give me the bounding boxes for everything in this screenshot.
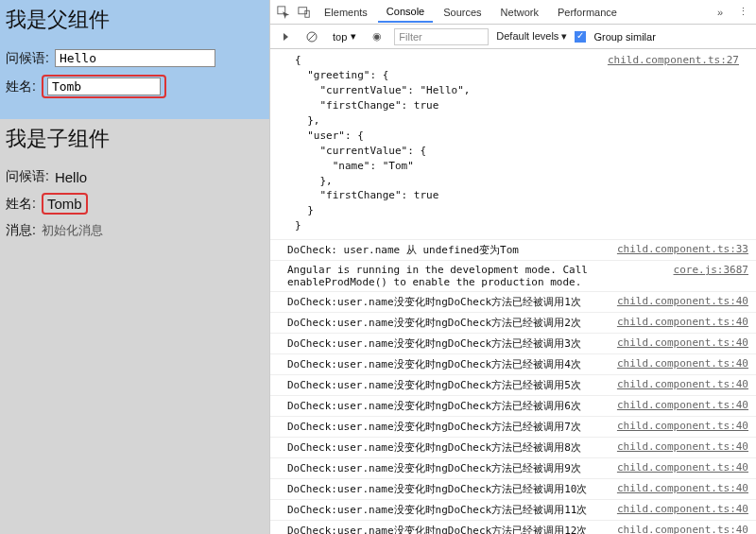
console-message: DoCheck: user.name 从 undefined变为Tom [287, 243, 617, 257]
greeting-row: 问候语: [6, 49, 264, 67]
message-value: 初始化消息 [42, 222, 103, 239]
filter-input[interactable]: Filter [394, 28, 489, 45]
name-row: 姓名: [6, 75, 264, 98]
source-link[interactable]: child.component.ts:27 [608, 53, 747, 68]
sidebar-toggle-icon[interactable] [276, 27, 295, 46]
source-link[interactable]: child.component.ts:40 [617, 336, 748, 351]
source-link[interactable]: core.js:3687 [674, 264, 748, 288]
console-row: DoCheck:user.name没变化时ngDoCheck方法已经被调用1次c… [270, 291, 756, 312]
svg-line-4 [308, 33, 316, 41]
console-row: DoCheck:user.name没变化时ngDoCheck方法已经被调用10次… [270, 478, 756, 499]
console-row: DoCheck:user.name没变化时ngDoCheck方法已经被调用12次… [270, 520, 756, 534]
console-row: DoCheck:user.name没变化时ngDoCheck方法已经被调用9次c… [270, 457, 756, 478]
tab-performance[interactable]: Performance [549, 3, 626, 22]
name-label: 姓名: [6, 78, 36, 95]
source-link[interactable]: child.component.ts:33 [617, 243, 748, 257]
tab-network[interactable]: Network [492, 3, 547, 22]
console-message: DoCheck:user.name没变化时ngDoCheck方法已经被调用5次 [287, 378, 617, 392]
group-similar-label: Group similar [593, 31, 655, 43]
chevron-down-icon: ▾ [351, 30, 356, 43]
source-link[interactable]: child.component.ts:40 [617, 524, 748, 534]
console-row: DoCheck: user.name 从 undefined变为Tomchild… [270, 239, 756, 260]
device-icon[interactable] [295, 3, 314, 22]
child-component: 我是子组件 问候语: Hello 姓名: Tomb 消息: 初始化消息 [0, 119, 269, 260]
console-message: DoCheck:user.name没变化时ngDoCheck方法已经被调用12次 [287, 524, 617, 534]
parent-title: 我是父组件 [6, 6, 264, 34]
child-name-row: 姓名: Tomb [6, 193, 264, 215]
child-title: 我是子组件 [6, 125, 264, 153]
source-link[interactable]: child.component.ts:40 [617, 399, 748, 413]
console-row: DoCheck:user.name没变化时ngDoCheck方法已经被调用5次c… [270, 374, 756, 395]
console-message: DoCheck:user.name没变化时ngDoCheck方法已经被调用1次 [287, 295, 617, 309]
tab-console[interactable]: Console [378, 2, 433, 23]
eye-icon[interactable]: ◉ [368, 27, 387, 46]
child-greeting-value: Hello [55, 169, 87, 185]
child-greeting-label: 问候语: [6, 168, 49, 185]
log-levels-select[interactable]: Default levels ▾ [496, 30, 567, 43]
greeting-input[interactable] [55, 49, 215, 67]
overflow-icon[interactable]: » [711, 3, 730, 22]
console-row: DoCheck:user.name没变化时ngDoCheck方法已经被调用6次c… [270, 395, 756, 416]
devtools-tabbar: Elements Console Sources Network Perform… [270, 0, 756, 25]
context-select[interactable]: top ▾ [329, 28, 360, 44]
console-message: DoCheck:user.name没变化时ngDoCheck方法已经被调用2次 [287, 316, 617, 330]
source-link[interactable]: child.component.ts:40 [617, 482, 748, 496]
console-message: DoCheck:user.name没变化时ngDoCheck方法已经被调用7次 [287, 420, 617, 434]
highlight-box: Tomb [42, 193, 88, 215]
console-object: child.component.ts:27 { "greeting": { "c… [270, 53, 756, 239]
console-message: DoCheck:user.name没变化时ngDoCheck方法已经被调用9次 [287, 461, 617, 475]
devtools-panel: Elements Console Sources Network Perform… [269, 0, 756, 534]
highlight-box [42, 75, 166, 98]
context-value: top [333, 31, 347, 43]
clear-console-icon[interactable] [302, 27, 321, 46]
source-link[interactable]: child.component.ts:40 [617, 295, 748, 309]
console-message: DoCheck:user.name没变化时ngDoCheck方法已经被调用8次 [287, 440, 617, 455]
object-json: { "greeting": { "currentValue": "Hello",… [295, 53, 747, 233]
inspect-icon[interactable] [274, 3, 293, 22]
console-row: DoCheck:user.name没变化时ngDoCheck方法已经被调用11次… [270, 499, 756, 520]
source-link[interactable]: child.component.ts:40 [617, 503, 748, 517]
console-row: Angular is running in the development mo… [270, 260, 756, 291]
app-preview: 我是父组件 问候语: 姓名: 我是子组件 问候语: Hello 姓名: Tomb… [0, 0, 269, 534]
kebab-icon[interactable]: ⋮ [733, 3, 752, 22]
tab-elements[interactable]: Elements [316, 3, 376, 22]
tab-sources[interactable]: Sources [435, 3, 490, 22]
child-name-label: 姓名: [6, 196, 36, 213]
name-input[interactable] [47, 78, 161, 95]
console-message: DoCheck:user.name没变化时ngDoCheck方法已经被调用10次 [287, 482, 617, 496]
console-message: DoCheck:user.name没变化时ngDoCheck方法已经被调用3次 [287, 336, 617, 351]
source-link[interactable]: child.component.ts:40 [617, 420, 748, 434]
message-label: 消息: [6, 222, 36, 239]
source-link[interactable]: child.component.ts:40 [617, 378, 748, 392]
source-link[interactable]: child.component.ts:40 [617, 461, 748, 475]
console-message: DoCheck:user.name没变化时ngDoCheck方法已经被调用6次 [287, 399, 617, 413]
console-toolbar: top ▾ ◉ Filter Default levels ▾ Group si… [270, 25, 756, 49]
child-name-value: Tomb [47, 196, 82, 212]
source-link[interactable]: child.component.ts:40 [617, 440, 748, 455]
console-row: DoCheck:user.name没变化时ngDoCheck方法已经被调用7次c… [270, 416, 756, 437]
console-row: DoCheck:user.name没变化时ngDoCheck方法已经被调用8次c… [270, 437, 756, 457]
source-link[interactable]: child.component.ts:40 [617, 357, 748, 371]
message-row: 消息: 初始化消息 [6, 222, 264, 239]
child-greeting-row: 问候语: Hello [6, 168, 264, 185]
chevron-down-icon: ▾ [561, 30, 567, 42]
console-row: DoCheck:user.name没变化时ngDoCheck方法已经被调用3次c… [270, 333, 756, 353]
console-message: DoCheck:user.name没变化时ngDoCheck方法已经被调用11次 [287, 503, 617, 517]
parent-component: 我是父组件 问候语: 姓名: [0, 0, 269, 119]
console-row: DoCheck:user.name没变化时ngDoCheck方法已经被调用4次c… [270, 353, 756, 374]
console-row: DoCheck:user.name没变化时ngDoCheck方法已经被调用2次c… [270, 312, 756, 333]
console-message: DoCheck:user.name没变化时ngDoCheck方法已经被调用4次 [287, 357, 617, 371]
console-output[interactable]: child.component.ts:27 { "greeting": { "c… [270, 49, 756, 534]
console-message: Angular is running in the development mo… [287, 264, 674, 288]
group-similar-checkbox[interactable] [575, 31, 586, 43]
greeting-label: 问候语: [6, 50, 49, 67]
source-link[interactable]: child.component.ts:40 [617, 316, 748, 330]
